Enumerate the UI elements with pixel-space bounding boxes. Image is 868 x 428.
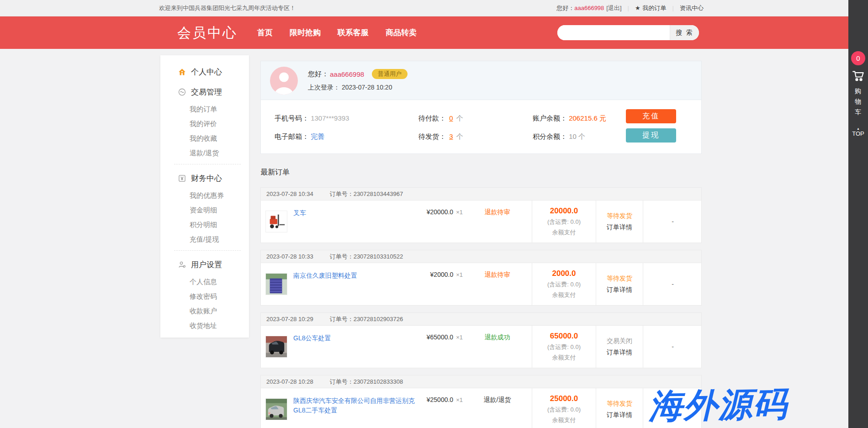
- user-settings-icon: [178, 261, 186, 269]
- order-detail-link[interactable]: 订单详情: [607, 349, 632, 357]
- search-button[interactable]: 搜 索: [670, 25, 699, 40]
- sidebar-item-personal-center[interactable]: 个人中心: [160, 62, 249, 82]
- order-header: 2023-07-28 10:29 订单号： 230728102903726: [260, 312, 702, 326]
- order-header: 2023-07-28 10:33 订单号： 230728103310522: [260, 250, 702, 263]
- order-no-label: 订单号：: [330, 315, 354, 323]
- email-complete-link[interactable]: 完善: [311, 132, 324, 140]
- refund-status: 退款待审: [463, 208, 532, 217]
- order-no: 230728103310522: [354, 253, 403, 260]
- phone-value: 1307***9393: [311, 114, 349, 122]
- refund-status: 退款待审: [463, 271, 532, 279]
- news-center-link[interactable]: 资讯中心: [680, 4, 704, 12]
- recharge-button[interactable]: 充值: [626, 109, 676, 123]
- cart-icon[interactable]: [852, 69, 865, 82]
- order-no-label: 订单号：: [330, 190, 354, 198]
- pending-pay-count-link[interactable]: 0: [449, 114, 453, 122]
- freight-note: (含运费: 0.0): [547, 218, 581, 226]
- divider: |: [672, 5, 674, 11]
- order-row: 2023-07-28 10:33 订单号： 230728103310522 南京…: [260, 250, 702, 306]
- product-name-link[interactable]: GL8公车处置: [293, 333, 427, 343]
- order-action-cell: 等待发货 订单详情: [596, 263, 643, 305]
- star-icon: ★: [635, 5, 640, 11]
- product-thumbnail[interactable]: [265, 211, 287, 232]
- email-field: 电子邮箱： 完善: [275, 132, 418, 141]
- product-price: ¥65000.0×1: [427, 333, 463, 341]
- dark-van-image: [266, 336, 287, 357]
- order-action-cell: 等待发货 订单详情: [596, 388, 643, 428]
- last-login-label: 上次登录：: [308, 84, 340, 91]
- sidebar-item-my-orders[interactable]: 我的订单: [160, 102, 249, 116]
- sidebar-section-user-settings[interactable]: 用户设置: [160, 254, 249, 275]
- order-amount: 2000.0: [552, 269, 576, 278]
- order-detail-link[interactable]: 订单详情: [607, 223, 632, 232]
- sidebar-section-finance[interactable]: 财务中心: [160, 168, 249, 188]
- product-name-link[interactable]: 叉车: [293, 208, 427, 218]
- nav-flash-sale[interactable]: 限时抢购: [290, 27, 321, 38]
- order-product-cell: 叉车 ¥20000.0×1 退款待审: [261, 201, 532, 243]
- order-extra-cell: -: [643, 201, 702, 243]
- quantity: ×1: [456, 334, 463, 341]
- withdraw-button[interactable]: 提现: [626, 128, 676, 143]
- right-toolbar: 0 购物车 ▲ TOP: [848, 0, 868, 428]
- sidebar-item-personal-info[interactable]: 个人信息: [160, 275, 249, 289]
- sidebar-item-change-password[interactable]: 修改密码: [160, 289, 249, 304]
- sidebar-item-shipping-address[interactable]: 收货地址: [160, 318, 249, 333]
- logout-link[interactable]: [退出]: [606, 4, 621, 12]
- sidebar-section-trade[interactable]: 交易管理: [160, 82, 249, 102]
- main-content: 您好： aaa666998 普通用户 上次登录： 2023-07-28 10:2…: [260, 55, 702, 428]
- divider: [174, 250, 241, 251]
- main-header: 会员中心 首页 限时抢购 联系客服 商品转卖 搜 索: [0, 16, 868, 49]
- quantity: ×1: [456, 396, 463, 403]
- pay-method: 余额支付: [552, 416, 576, 424]
- search-input[interactable]: [557, 25, 670, 40]
- order-header: 2023-07-28 10:34 订单号： 230728103443967: [260, 187, 702, 201]
- order-no: 230728103443967: [354, 190, 403, 197]
- greeting-label: 您好：: [308, 70, 328, 79]
- finance-icon: [178, 174, 186, 182]
- user-greeting-panel: 您好： aaa666998 普通用户 上次登录： 2023-07-28 10:2…: [261, 61, 701, 100]
- avatar: [270, 67, 298, 95]
- sidebar-item-refund-return[interactable]: 退款/退货: [160, 146, 249, 160]
- balance-value: 206215.6: [569, 114, 598, 122]
- nav-customer-service[interactable]: 联系客服: [338, 27, 369, 38]
- order-status: 交易关闭: [607, 337, 632, 345]
- sidebar-item-my-coupons[interactable]: 我的优惠券: [160, 188, 249, 203]
- order-row: 2023-07-28 10:34 订单号： 230728103443967 叉车…: [260, 187, 702, 243]
- order-amount-cell: 65000.0 (含运费: 0.0) 余额支付: [532, 326, 596, 368]
- nav-resale[interactable]: 商品转卖: [386, 27, 417, 38]
- product-thumbnail[interactable]: [265, 273, 287, 295]
- order-row: 2023-07-28 10:29 订单号： 230728102903726 GL…: [260, 312, 702, 368]
- sidebar-item-my-reviews[interactable]: 我的评价: [160, 116, 249, 131]
- phone-field: 手机号码： 1307***9393: [275, 114, 418, 123]
- pending-ship-count-link[interactable]: 3: [449, 132, 453, 140]
- product-thumbnail[interactable]: [265, 398, 287, 420]
- cart-label[interactable]: 购物车: [854, 86, 862, 117]
- order-detail-link[interactable]: 订单详情: [607, 411, 632, 419]
- username: aaa666998: [330, 70, 364, 78]
- product-name-link[interactable]: 南京住久废旧塑料处置: [293, 271, 430, 280]
- sidebar-item-funds-detail[interactable]: 资金明细: [160, 203, 249, 217]
- back-to-top-button[interactable]: ▲ TOP: [848, 127, 868, 137]
- sidebar-item-recharge-withdraw[interactable]: 充值/提现: [160, 232, 249, 247]
- my-orders-link[interactable]: ★我的订单: [635, 4, 667, 12]
- product-price: ¥25000.0×1: [427, 396, 463, 403]
- order-detail-link[interactable]: 订单详情: [607, 286, 632, 294]
- nav-home[interactable]: 首页: [257, 27, 273, 38]
- sidebar-item-my-favorites[interactable]: 我的收藏: [160, 131, 249, 146]
- product-thumbnail[interactable]: [265, 336, 287, 358]
- product-name-link[interactable]: 陕西庆华汽车安全有限公司自用非营运别克GL8二手车处置: [293, 396, 427, 415]
- sidebar-item-payment-account[interactable]: 收款账户: [160, 304, 249, 318]
- last-login-value: 2023-07-28 10:20: [342, 84, 392, 91]
- order-row: 2023-07-28 10:28 订单号： 230728102833308 陕西…: [260, 375, 702, 428]
- user-info-text: 您好： aaa666998 普通用户 上次登录： 2023-07-28 10:2…: [308, 69, 408, 92]
- pending-pay-field: 待付款： 0 个: [418, 114, 533, 123]
- pay-method: 余额支付: [552, 291, 576, 299]
- topbar-links: 您好：aaa666998 [退出] | ★我的订单 | 资讯中心: [556, 0, 704, 16]
- refund-status: 退款/退货: [463, 396, 532, 404]
- order-action-cell: 交易关闭 订单详情: [596, 326, 643, 368]
- order-product-cell: 陕西庆华汽车安全有限公司自用非营运别克GL8二手车处置 ¥25000.0×1 退…: [261, 388, 532, 428]
- pallets-image: [266, 274, 287, 295]
- order-date: 2023-07-28 10:34: [266, 190, 313, 197]
- order-no-label: 订单号：: [330, 378, 354, 386]
- sidebar-item-points-detail[interactable]: 积分明细: [160, 217, 249, 232]
